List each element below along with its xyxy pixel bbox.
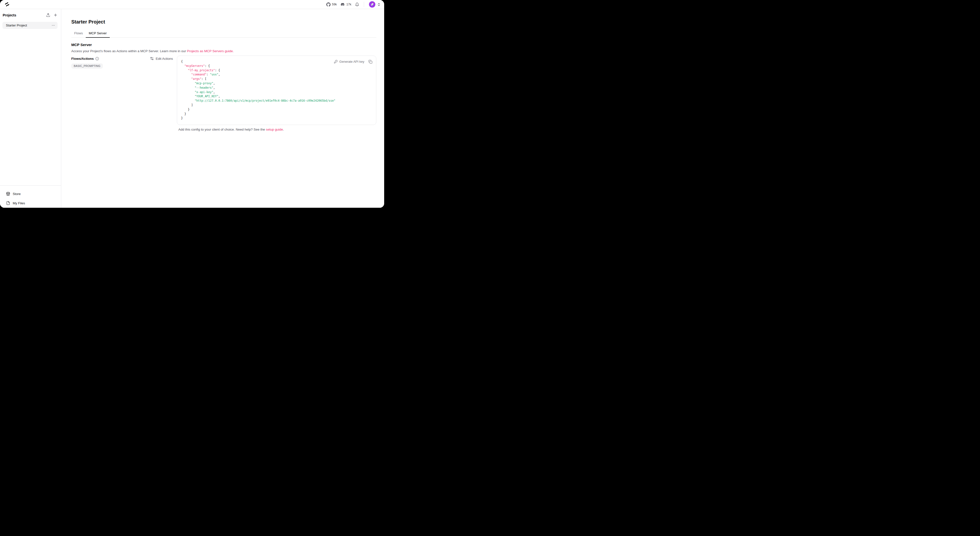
code-line: "x-api-key", <box>181 90 372 95</box>
edit-actions-button[interactable]: Edit Actions <box>150 57 173 60</box>
plus-icon <box>53 13 57 17</box>
project-options-button[interactable] <box>51 24 55 27</box>
code-line: } <box>181 116 372 121</box>
discord-count: 17k <box>347 3 351 6</box>
mcp-config-column: { "mcpServers": { "lf-my_projects": { "c… <box>177 56 376 131</box>
flow-badge: BASIC_PROMPTING <box>71 64 103 68</box>
code-line: } <box>181 108 372 112</box>
topbar-divider <box>364 2 364 7</box>
flows-actions-column: Flows/Actions Edit Actions BASIC_PROMPTI… <box>71 56 173 68</box>
code-line: "YOUR_API_KEY", <box>181 94 372 99</box>
github-icon <box>326 2 331 6</box>
langflow-logo-icon[interactable] <box>5 2 10 7</box>
sidebar-header: Projects <box>0 9 61 20</box>
mcp-config-code: { "mcpServers": { "lf-my_projects": { "c… <box>181 59 372 121</box>
sidebar-item-starter-project[interactable]: Starter Project <box>2 22 57 29</box>
generate-api-key-label: Generate API key <box>339 60 364 64</box>
file-icon <box>6 201 10 205</box>
code-line: "args": [ <box>181 77 372 81</box>
upload-icon <box>46 13 50 17</box>
app-window: 59k 17k <box>0 0 384 208</box>
code-line: "command": "uvx", <box>181 73 372 77</box>
store-label: Store <box>13 192 21 196</box>
tab-bar: Flows MCP Server <box>71 30 376 38</box>
account-menu-button[interactable] <box>377 3 381 6</box>
mcp-content-row: Flows/Actions Edit Actions BASIC_PROMPTI… <box>71 56 376 131</box>
info-icon[interactable] <box>95 57 99 60</box>
topbar-right-cluster: 59k 17k <box>326 2 365 7</box>
topbar: 59k 17k <box>0 0 384 9</box>
user-avatar[interactable] <box>369 1 375 8</box>
code-line: "--headers", <box>181 86 372 90</box>
generate-api-key-button[interactable]: Generate API key <box>334 60 364 64</box>
rocket-avatar-icon <box>369 2 375 7</box>
copy-config-button[interactable] <box>369 60 372 64</box>
discord-members[interactable]: 17k <box>340 2 351 6</box>
code-line: "lf-my_projects": { <box>181 68 372 73</box>
setup-guide-link[interactable]: setup guide <box>266 128 283 131</box>
mcp-section-description: Access your Project's flows as Actions w… <box>71 49 376 53</box>
flow-badges: BASIC_PROMPTING <box>71 64 173 68</box>
mcp-servers-guide-link[interactable]: Projects as MCP Servers guide. <box>187 49 234 53</box>
sidebar-footer: Store My Files <box>0 185 61 208</box>
new-project-button[interactable] <box>53 13 57 17</box>
mcp-section-heading: MCP Server <box>71 43 376 47</box>
page-title: Starter Project <box>71 19 376 25</box>
edit-actions-label: Edit Actions <box>156 57 173 60</box>
settings-sliders-icon <box>150 57 154 60</box>
code-line: "http://127.0.0.1:7860/api/v1/mcp/projec… <box>181 99 372 103</box>
copy-icon <box>369 60 372 64</box>
sidebar-item-store[interactable]: Store <box>3 189 58 199</box>
tab-mcp-server[interactable]: MCP Server <box>86 30 110 38</box>
caption-text: Add this config to your client of choice… <box>178 128 266 131</box>
notifications-button[interactable] <box>355 2 359 6</box>
code-line: ] <box>181 103 372 108</box>
tab-flows[interactable]: Flows <box>71 30 86 38</box>
flows-actions-label: Flows/Actions <box>71 57 94 60</box>
github-count: 59k <box>332 3 337 6</box>
sidebar-title: Projects <box>3 13 16 17</box>
code-line: } <box>181 112 372 116</box>
github-stars[interactable]: 59k <box>326 2 337 6</box>
key-icon <box>334 60 337 64</box>
description-text: Access your Project's flows as Actions w… <box>71 49 187 53</box>
store-icon <box>6 192 10 196</box>
my-files-label: My Files <box>13 201 25 205</box>
main-content: Starter Project Flows MCP Server MCP Ser… <box>62 9 384 208</box>
sidebar-item-my-files[interactable]: My Files <box>3 199 58 208</box>
code-line: "mcp-proxy", <box>181 81 372 86</box>
setup-caption: Add this config to your client of choice… <box>178 128 376 131</box>
upload-project-button[interactable] <box>46 13 50 17</box>
ellipsis-icon <box>51 24 55 27</box>
sidebar: Projects Starter Project Store <box>0 9 61 208</box>
code-line: "mcpServers": { <box>181 64 372 68</box>
chevrons-up-down-icon <box>377 3 381 6</box>
caption-period: . <box>283 128 284 131</box>
bell-icon <box>355 2 359 6</box>
project-name-label: Starter Project <box>6 24 51 27</box>
mcp-config-code-block: { "mcpServers": { "lf-my_projects": { "c… <box>177 56 376 125</box>
discord-icon <box>340 2 345 6</box>
